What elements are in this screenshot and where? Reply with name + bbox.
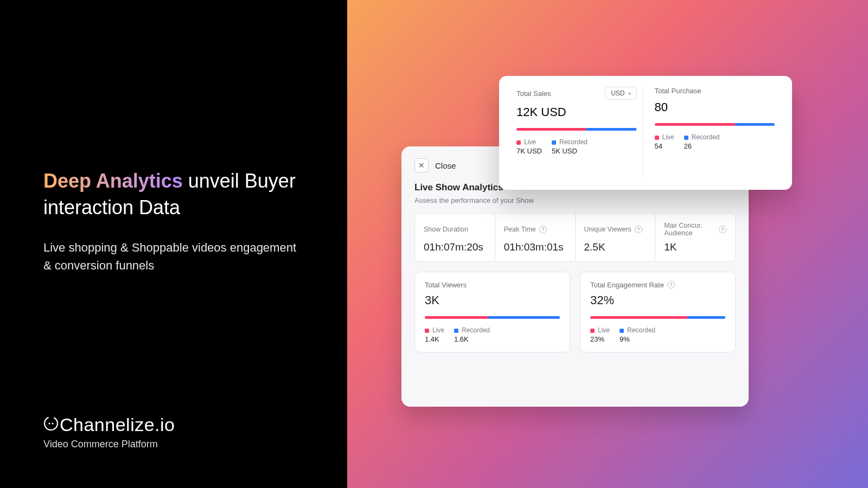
front-value: 12K USD — [516, 105, 637, 119]
front-label: Total Sales — [516, 89, 551, 98]
stat-peak-time: Peak Time? 01h:03m:01s — [495, 214, 576, 261]
stat-unique-viewers: Unique Viewers? 2.5K — [576, 214, 656, 261]
sales-summary-card: Total Sales USD ▾ 12K USD Live 7K USD Re… — [499, 76, 792, 190]
legend: Live 54 Recorded 26 — [655, 133, 775, 150]
front-label: Total Purchase — [655, 87, 701, 95]
legend-live: Live 23% — [590, 326, 610, 343]
legend: Live 7K USD Recorded 5K USD — [516, 138, 637, 155]
showcase-right-panel: ✕ Close Live Show Analytics Assess the p… — [347, 0, 868, 488]
total-viewers-card: Total Viewers 3K Live 1.4K Recorded 1.6K — [414, 272, 570, 352]
mini-value: 32% — [590, 293, 725, 307]
close-icon: ✕ — [418, 161, 425, 170]
dot-icon — [655, 136, 659, 140]
stat-value: 1K — [664, 241, 726, 254]
headline: Deep Analytics unveil Buyer interaction … — [43, 168, 304, 221]
bar-recorded-segment — [586, 128, 636, 131]
svg-point-2 — [52, 422, 53, 424]
split-bar — [425, 316, 560, 319]
stat-label: Peak Time — [504, 226, 536, 233]
stat-label: Show Duration — [424, 221, 486, 237]
legend-live: Live 1.4K — [425, 326, 444, 343]
stat-value: 01h:07m:20s — [424, 241, 486, 254]
legend: Live 1.4K Recorded 1.6K — [425, 326, 560, 343]
bar-recorded-segment — [488, 316, 560, 319]
total-engagement-card: Total Engagement Rate? 32% Live 23% Reco… — [580, 272, 736, 352]
info-icon[interactable]: ? — [539, 226, 547, 233]
bar-live-segment — [655, 123, 735, 126]
dot-icon — [516, 140, 521, 145]
split-bar — [590, 316, 725, 319]
brand-block: Channelize.io Video Commerce Platform — [43, 414, 175, 450]
stat-label: Unique Viewers — [584, 226, 631, 233]
marketing-left-panel: Deep Analytics unveil Buyer interaction … — [0, 0, 347, 488]
bar-live-segment — [516, 128, 586, 131]
info-icon[interactable]: ? — [719, 226, 726, 233]
brand-tagline: Video Commerce Platform — [43, 439, 175, 450]
mini-value: 3K — [425, 293, 560, 307]
headline-highlight: Deep Analytics — [43, 170, 183, 192]
stat-max-concurrent: Max Concur. Audience? 1K — [655, 214, 735, 261]
stat-label: Max Concur. Audience — [664, 222, 716, 237]
dot-icon — [454, 329, 458, 333]
close-button[interactable]: ✕ — [414, 158, 429, 172]
chevron-down-icon: ▾ — [628, 91, 631, 97]
currency-select[interactable]: USD ▾ — [605, 87, 636, 100]
stat-row: Show Duration 01h:07m:20s Peak Time? 01h… — [414, 213, 736, 262]
legend: Live 23% Recorded 9% — [590, 326, 725, 343]
bar-live-segment — [425, 316, 488, 319]
subheadline: Live shopping & Shoppable videos engagem… — [43, 239, 304, 274]
split-bar — [516, 128, 637, 131]
dot-icon — [684, 136, 688, 140]
brand-logo: Channelize.io — [43, 414, 175, 435]
front-value: 80 — [655, 100, 775, 114]
svg-point-0 — [43, 416, 59, 431]
bar-live-segment — [590, 316, 687, 319]
legend-recorded: Recorded 1.6K — [454, 326, 490, 343]
stat-show-duration: Show Duration 01h:07m:20s — [415, 214, 495, 261]
legend-recorded: Recorded 5K USD — [552, 138, 588, 155]
mini-label: Total Engagement Rate — [590, 281, 664, 289]
dot-icon — [552, 140, 556, 145]
bar-recorded-segment — [735, 123, 775, 126]
info-icon[interactable]: ? — [635, 226, 642, 233]
close-label[interactable]: Close — [435, 161, 456, 170]
dot-icon — [425, 329, 429, 333]
svg-point-1 — [48, 422, 50, 424]
analytics-subtitle: Assess the performance of your Show — [414, 196, 736, 204]
legend-recorded: Recorded 26 — [684, 133, 720, 150]
legend-live: Live 7K USD — [516, 138, 542, 155]
total-sales-col: Total Sales USD ▾ 12K USD Live 7K USD Re… — [511, 87, 642, 179]
dot-icon — [620, 329, 624, 333]
mini-label: Total Viewers — [425, 281, 560, 289]
bar-recorded-segment — [687, 316, 725, 319]
split-bar — [655, 123, 775, 126]
logo-icon — [43, 416, 59, 431]
total-purchase-col: Total Purchase 80 Live 54 Recorded 26 — [642, 87, 781, 179]
stat-value: 01h:03m:01s — [504, 241, 566, 254]
legend-live: Live 54 — [655, 133, 674, 150]
brand-name: Channelize.io — [60, 414, 175, 435]
info-icon[interactable]: ? — [667, 281, 675, 288]
legend-recorded: Recorded 9% — [620, 326, 655, 343]
stat-value: 2.5K — [584, 241, 647, 254]
dot-icon — [590, 329, 595, 333]
